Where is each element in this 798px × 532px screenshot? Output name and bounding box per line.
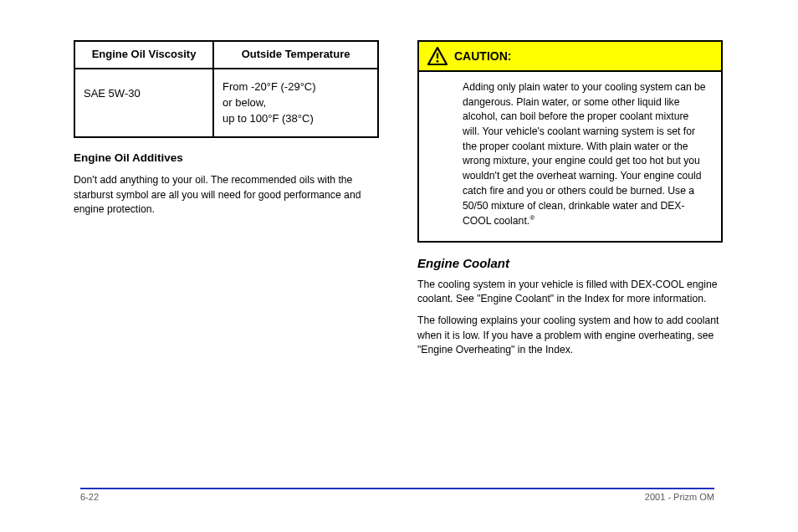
table-data-row: SAE 5W-30 From -20°F (-29°C) or below, u…	[75, 68, 377, 137]
table-header-row: Engine Oil Viscosity Outside Temperature	[75, 42, 377, 68]
table-header-temp: Outside Temperature	[214, 42, 377, 68]
page-content: Engine Oil Viscosity Outside Temperature…	[74, 40, 723, 365]
engine-coolant-paragraph-2: The following explains your cooling syst…	[417, 314, 723, 358]
caution-body-text: Adding only plain water to your cooling …	[463, 81, 706, 227]
svg-point-2	[437, 60, 439, 63]
engine-coolant-paragraph-1: The cooling system in your vehicle is fi…	[417, 278, 723, 307]
engine-oil-additives-heading: Engine Oil Additives	[74, 150, 379, 166]
pdf-label: 2001 - Prizm OM	[645, 492, 714, 502]
right-column: CAUTION: Adding only plain water to your…	[417, 40, 723, 365]
temp-line-3: up to 100°F (38°C)	[223, 112, 314, 125]
registered-mark: ®	[529, 214, 535, 222]
engine-coolant-heading: Engine Coolant	[417, 254, 723, 273]
temp-line-2: or below,	[223, 96, 266, 109]
two-column-layout: Engine Oil Viscosity Outside Temperature…	[74, 40, 723, 365]
page-footer: 6-22 2001 - Prizm OM	[80, 488, 714, 502]
caution-title: CAUTION:	[454, 48, 511, 64]
caution-header: CAUTION:	[419, 42, 721, 72]
engine-oil-additives-paragraph: Don't add anything to your oil. The reco…	[74, 173, 379, 217]
warning-icon	[427, 47, 448, 65]
oil-viscosity-table: Engine Oil Viscosity Outside Temperature…	[74, 40, 379, 138]
table-header-viscosity: Engine Oil Viscosity	[75, 42, 214, 68]
table-cell-temp: From -20°F (-29°C) or below, up to 100°F…	[214, 69, 377, 137]
caution-body: Adding only plain water to your cooling …	[419, 72, 721, 241]
table-cell-viscosity: SAE 5W-30	[75, 69, 214, 137]
temp-line-1: From -20°F (-29°C)	[223, 80, 316, 93]
left-column: Engine Oil Viscosity Outside Temperature…	[74, 40, 379, 224]
page-number: 6-22	[80, 492, 99, 502]
caution-callout: CAUTION: Adding only plain water to your…	[417, 40, 723, 243]
